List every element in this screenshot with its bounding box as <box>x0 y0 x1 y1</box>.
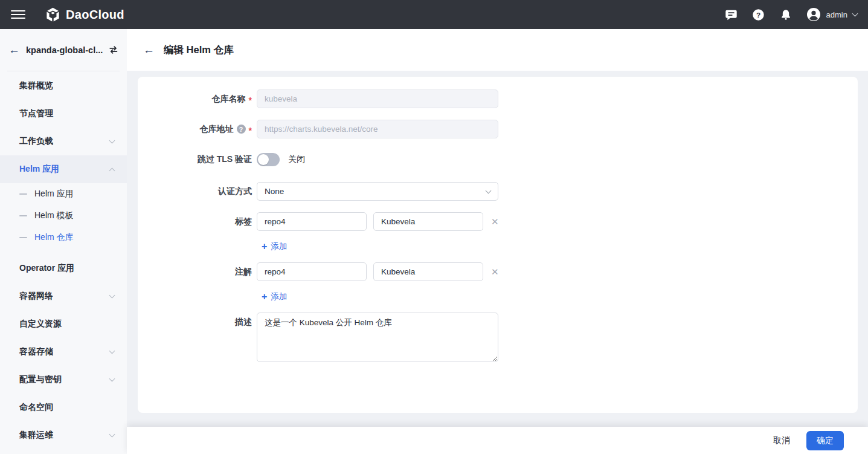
tag-value-input[interactable] <box>373 212 483 231</box>
sidebar-item[interactable]: Helm 应用 <box>0 155 127 183</box>
chevron-down-icon <box>109 432 115 438</box>
sidebar-item[interactable]: 容器存储 <box>0 338 127 366</box>
description-label: 描述 <box>138 313 257 362</box>
add-annotation-button[interactable]: + 添加 <box>262 291 287 302</box>
chevron-up-icon <box>109 167 115 173</box>
sidebar-item-label: 集群概览 <box>19 80 53 91</box>
switch-cluster-icon[interactable] <box>109 44 118 56</box>
auth-method-label: 认证方式 <box>138 182 257 201</box>
sidebar-item-label: Helm 仓库 <box>34 232 74 243</box>
sidebar-item-label: Helm 模板 <box>34 210 74 221</box>
chevron-down-icon <box>852 11 858 17</box>
skip-tls-label: 跳过 TLS 验证 <box>138 150 257 169</box>
cancel-button[interactable]: 取消 <box>773 435 790 446</box>
help-icon[interactable]: ? <box>752 8 765 21</box>
tags-label: 标签 <box>138 212 257 231</box>
annotations-label: 注解 <box>138 262 257 281</box>
help-tooltip-icon[interactable]: ? <box>237 125 246 134</box>
sidebar-item-label: 配置与密钥 <box>19 374 62 385</box>
content-area: 仓库名称 * 仓库地址 ? * <box>127 71 868 427</box>
page-header: ← 编辑 Helm 仓库 <box>127 29 868 71</box>
sidebar-item[interactable]: Helm 模板 <box>0 205 127 227</box>
required-asterisk: * <box>249 126 252 135</box>
repo-name-row: 仓库名称 * <box>138 89 858 108</box>
user-name: admin <box>826 10 847 19</box>
description-textarea[interactable] <box>257 313 498 362</box>
required-asterisk: * <box>249 96 252 105</box>
page-back-arrow-icon[interactable]: ← <box>143 44 155 56</box>
chevron-down-icon <box>109 348 115 354</box>
annotations-row: 注解 ✕ <box>138 262 858 281</box>
plus-icon: + <box>262 242 267 251</box>
repo-name-input <box>257 89 498 108</box>
logo-text: DaoCloud <box>66 8 124 22</box>
sidebar-item[interactable]: 容器网络 <box>0 282 127 310</box>
sidebar-nav: 集群概览节点管理工作负载Helm 应用Helm 应用Helm 模板Helm 仓库… <box>0 71 127 449</box>
skip-tls-state: 关闭 <box>288 154 305 165</box>
add-annotation-row: + 添加 <box>262 291 858 302</box>
sidebar-item[interactable]: 节点管理 <box>0 100 127 128</box>
add-tag-button[interactable]: + 添加 <box>262 241 287 252</box>
dash-icon <box>19 193 27 195</box>
sidebar-item[interactable]: 命名空间 <box>0 394 127 421</box>
sidebar-item-label: 容器存储 <box>19 346 53 357</box>
auth-method-row: 认证方式 None <box>138 182 858 201</box>
confirm-button[interactable]: 确定 <box>806 431 844 450</box>
remove-tag-icon[interactable]: ✕ <box>491 217 499 226</box>
repo-url-label: 仓库地址 ? * <box>138 120 257 138</box>
avatar <box>806 7 821 22</box>
sidebar-item-label: 节点管理 <box>19 108 53 119</box>
annotation-value-input[interactable] <box>373 262 483 281</box>
sidebar-item-label: Operator 应用 <box>19 263 74 274</box>
sidebar-item-label: 集群运维 <box>19 430 53 441</box>
sidebar-item[interactable]: 集群运维 <box>0 421 127 449</box>
user-menu[interactable]: admin <box>806 7 857 22</box>
annotation-key-input[interactable] <box>257 262 367 281</box>
sidebar-item-label: 容器网络 <box>19 291 53 302</box>
daocloud-logo: DaoCloud <box>45 7 124 23</box>
sidebar: ← kpanda-global-cl... 集群概览节点管理工作负载Helm 应… <box>0 29 127 454</box>
sidebar-item[interactable]: 自定义资源 <box>0 310 127 338</box>
dash-icon <box>19 237 27 238</box>
sidebar-item[interactable]: Operator 应用 <box>0 255 127 282</box>
chevron-down-icon <box>109 138 115 144</box>
remove-annotation-icon[interactable]: ✕ <box>491 267 499 276</box>
plus-icon: + <box>262 292 267 302</box>
sidebar-item-label: Helm 应用 <box>19 164 59 175</box>
sidebar-item[interactable]: Helm 仓库 <box>0 227 127 248</box>
form-card: 仓库名称 * 仓库地址 ? * <box>138 77 858 413</box>
sidebar-item[interactable]: 配置与密钥 <box>0 366 127 394</box>
sidebar-item-label: 命名空间 <box>19 402 53 413</box>
cluster-name: kpanda-global-cl... <box>26 45 103 55</box>
hamburger-menu-icon[interactable] <box>11 10 25 19</box>
page-title: 编辑 Helm 仓库 <box>164 44 234 57</box>
top-bar: DaoCloud ? <box>0 0 868 29</box>
daocloud-cube-icon <box>45 7 61 23</box>
repo-name-label: 仓库名称 * <box>138 89 257 108</box>
add-tag-row: + 添加 <box>262 241 858 252</box>
cluster-back-arrow-icon[interactable]: ← <box>8 44 20 56</box>
chevron-down-icon <box>486 187 492 193</box>
feedback-chat-icon[interactable] <box>725 8 738 21</box>
skip-tls-row: 跳过 TLS 验证 关闭 <box>138 150 858 169</box>
svg-text:?: ? <box>756 10 760 19</box>
sidebar-item[interactable]: Helm 应用 <box>0 183 127 205</box>
sidebar-item[interactable]: 集群概览 <box>0 72 127 100</box>
description-row: 描述 <box>138 313 858 362</box>
tags-row: 标签 ✕ <box>138 212 858 231</box>
repo-url-row: 仓库地址 ? * <box>138 120 858 138</box>
sidebar-item-label: 工作负载 <box>19 136 53 147</box>
auth-method-select[interactable]: None <box>257 182 498 201</box>
sidebar-item[interactable]: 工作负载 <box>0 128 127 155</box>
repo-url-input <box>257 120 498 138</box>
chevron-down-icon <box>109 293 115 299</box>
sidebar-item-label: 自定义资源 <box>19 319 62 329</box>
action-footer: 取消 确定 <box>127 427 868 454</box>
auth-method-value: None <box>265 187 284 196</box>
tag-key-input[interactable] <box>257 212 367 231</box>
notification-bell-icon[interactable] <box>779 8 792 21</box>
skip-tls-toggle[interactable] <box>257 153 280 166</box>
dash-icon <box>19 215 27 216</box>
chevron-down-icon <box>109 376 115 382</box>
sidebar-item-label: Helm 应用 <box>34 189 74 199</box>
